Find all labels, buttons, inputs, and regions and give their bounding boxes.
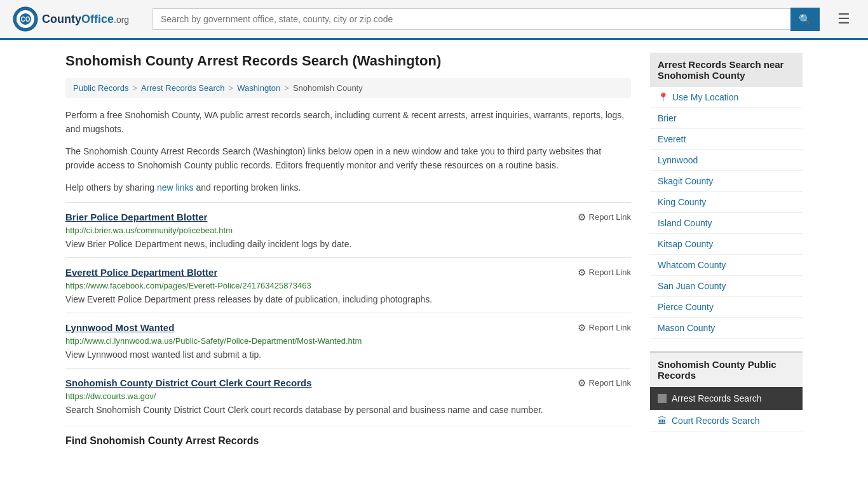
header: CO CountyOffice.org 🔍 ☰ xyxy=(0,0,868,40)
report-label-0: Report Link xyxy=(589,212,631,222)
report-label-2: Report Link xyxy=(589,323,631,332)
svg-text:CO: CO xyxy=(21,16,31,23)
sidebar-nearby-link-2[interactable]: Lynnwood xyxy=(650,150,803,171)
sidebar-nearby-link-0[interactable]: Brier xyxy=(650,108,803,129)
result-entry-2: Lynnwood Most Wanted ⚙ Report Link http:… xyxy=(65,313,631,368)
report-label-1: Report Link xyxy=(589,268,631,277)
report-icon-3: ⚙ xyxy=(578,377,586,389)
breadcrumb-sep-3: > xyxy=(284,83,289,93)
report-link-2[interactable]: ⚙ Report Link xyxy=(578,322,631,334)
report-label-3: Report Link xyxy=(589,378,631,388)
result-entry-0: Brier Police Department Blotter ⚙ Report… xyxy=(65,202,631,257)
result-url-2[interactable]: http://www.ci.lynnwood.wa.us/Public-Safe… xyxy=(65,336,631,346)
result-title-3[interactable]: Snohomish County District Court Clerk Co… xyxy=(65,377,312,388)
description-para1: Perform a free Snohomish County, WA publ… xyxy=(65,108,631,137)
new-links-link[interactable]: new links xyxy=(157,182,194,193)
active-link-icon-0 xyxy=(658,394,667,403)
breadcrumb-sep-1: > xyxy=(132,83,137,93)
sidebar: Arrest Records Search near Snohomish Cou… xyxy=(650,53,803,447)
breadcrumb-washington[interactable]: Washington xyxy=(237,83,280,93)
sidebar-nearby-link-10[interactable]: Mason County xyxy=(650,318,803,339)
sidebar-nearby-section: Arrest Records Search near Snohomish Cou… xyxy=(650,53,803,339)
main-container: Snohomish County Arrest Records Search (… xyxy=(53,40,815,459)
logo-area: CO CountyOffice.org xyxy=(13,6,140,32)
sidebar-links-container: BrierEverettLynnwoodSkagit CountyKing Co… xyxy=(650,108,803,339)
breadcrumb-current: Snohomish County xyxy=(293,83,363,93)
menu-icon: ☰ xyxy=(837,11,850,27)
location-pin-icon: 📍 xyxy=(658,92,668,102)
inactive-link-label-1: Court Records Search xyxy=(672,416,760,426)
sidebar-nearby-link-6[interactable]: Kitsap County xyxy=(650,234,803,255)
breadcrumb-sep-2: > xyxy=(229,83,234,93)
result-desc-1: View Everett Police Department press rel… xyxy=(65,293,631,306)
breadcrumb: Public Records > Arrest Records Search >… xyxy=(65,78,631,98)
report-link-0[interactable]: ⚙ Report Link xyxy=(578,212,631,223)
sidebar-nearby-link-7[interactable]: Whatcom County xyxy=(650,255,803,276)
content-area: Snohomish County Arrest Records Search (… xyxy=(65,53,631,447)
search-bar-container: 🔍 xyxy=(153,8,820,31)
logo-icon: CO xyxy=(13,6,38,32)
sidebar-nearby-link-3[interactable]: Skagit County xyxy=(650,171,803,192)
sidebar-nearby-link-9[interactable]: Pierce County xyxy=(650,297,803,318)
sidebar-nearby-link-1[interactable]: Everett xyxy=(650,129,803,150)
report-link-3[interactable]: ⚙ Report Link xyxy=(578,377,631,389)
result-desc-3: Search Snohomish County District Court C… xyxy=(65,403,631,417)
sidebar-use-my-location[interactable]: 📍 Use My Location xyxy=(650,87,803,108)
result-url-3[interactable]: https://dw.courts.wa.gov/ xyxy=(65,391,631,401)
description-para3: Help others by sharing new links and rep… xyxy=(65,180,631,194)
result-url-0[interactable]: http://ci.brier.wa.us/community/policebe… xyxy=(65,226,631,235)
inactive-link-icon-1: 🏛 xyxy=(658,416,667,426)
search-button[interactable]: 🔍 xyxy=(790,8,820,31)
result-title-0[interactable]: Brier Police Department Blotter xyxy=(65,212,207,222)
sidebar-public-links: Arrest Records Search🏛Court Records Sear… xyxy=(650,387,803,432)
sidebar-nearby-link-8[interactable]: San Juan County xyxy=(650,276,803,297)
sidebar-public-records-section: Snohomish County Public Records Arrest R… xyxy=(650,351,803,432)
report-icon-2: ⚙ xyxy=(578,322,586,334)
search-input[interactable] xyxy=(153,8,790,30)
page-title: Snohomish County Arrest Records Search (… xyxy=(65,53,631,69)
bottom-section-heading: Find Snohomish County Arrest Records xyxy=(65,426,631,447)
menu-button[interactable]: ☰ xyxy=(832,8,855,30)
report-link-1[interactable]: ⚙ Report Link xyxy=(578,267,631,278)
sidebar-active-record-link-0[interactable]: Arrest Records Search xyxy=(650,387,803,410)
report-icon-0: ⚙ xyxy=(578,212,586,223)
description-para2: The Snohomish County Arrest Records Sear… xyxy=(65,144,631,173)
breadcrumb-arrest-records[interactable]: Arrest Records Search xyxy=(141,83,225,93)
result-title-2[interactable]: Lynnwood Most Wanted xyxy=(65,322,174,333)
sidebar-inactive-record-link-1[interactable]: 🏛Court Records Search xyxy=(650,410,803,432)
sidebar-public-records-title: Snohomish County Public Records xyxy=(650,351,803,387)
result-title-1[interactable]: Everett Police Department Blotter xyxy=(65,267,217,278)
results-container: Brier Police Department Blotter ⚙ Report… xyxy=(65,202,631,423)
report-icon-1: ⚙ xyxy=(578,267,586,278)
logo-text: CountyOffice.org xyxy=(42,13,129,26)
result-desc-2: View Lynnwood most wanted list and submi… xyxy=(65,348,631,362)
result-entry-3: Snohomish County District Court Clerk Co… xyxy=(65,368,631,423)
sidebar-nearby-link-4[interactable]: King County xyxy=(650,192,803,213)
result-url-1[interactable]: https://www.facebook.com/pages/Everett-P… xyxy=(65,281,631,290)
result-desc-0: View Brier Police Department news, inclu… xyxy=(65,238,631,251)
sidebar-nearby-link-5[interactable]: Island County xyxy=(650,213,803,234)
sidebar-nearby-title: Arrest Records Search near Snohomish Cou… xyxy=(650,53,803,87)
search-icon: 🔍 xyxy=(799,14,811,25)
active-link-label-0: Arrest Records Search xyxy=(672,393,762,403)
breadcrumb-public-records[interactable]: Public Records xyxy=(73,83,128,93)
result-entry-1: Everett Police Department Blotter ⚙ Repo… xyxy=(65,257,631,313)
